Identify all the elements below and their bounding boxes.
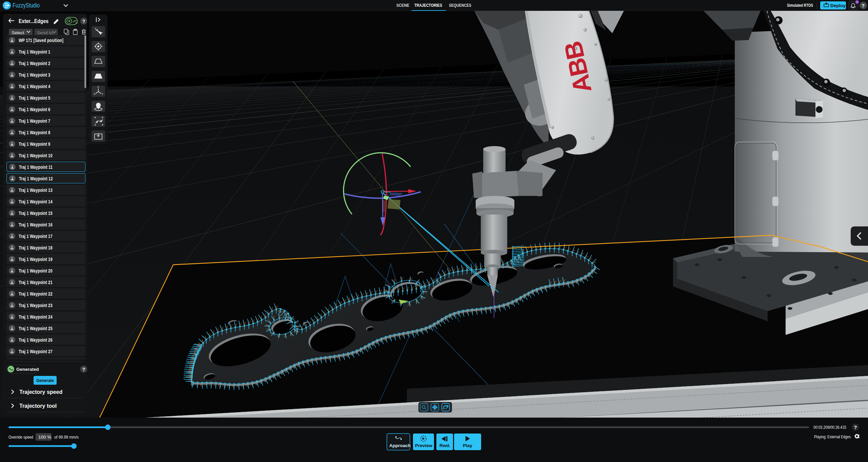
svg-text:00:03.209/00:26.415: 00:03.209/00:26.415 <box>813 425 846 430</box>
svg-text:Y: Y <box>101 93 103 96</box>
svg-text:Deploy: Deploy <box>830 3 846 8</box>
svg-text:Override speed: Override speed <box>8 435 33 440</box>
svg-text:Generate: Generate <box>36 378 54 383</box>
svg-text:X: X <box>94 93 96 96</box>
svg-text:Playing: External Edges: Playing: External Edges <box>814 434 851 439</box>
svg-text:?: ? <box>862 3 865 8</box>
svg-text:Generated: Generated <box>16 367 39 372</box>
svg-text:?: ? <box>82 367 85 372</box>
svg-text:Trajectory tool: Trajectory tool <box>19 403 57 409</box>
svg-text:Simulated RTOS: Simulated RTOS <box>787 3 813 8</box>
svg-text:SEQUENCES: SEQUENCES <box>449 3 471 8</box>
svg-text:Exter...Edges: Exter...Edges <box>19 18 48 24</box>
svg-text:Approach: Approach <box>389 443 411 448</box>
svg-text:Trajectory speed: Trajectory speed <box>19 389 62 395</box>
svg-text:SCENE: SCENE <box>396 3 409 8</box>
svg-text:Play: Play <box>463 443 472 448</box>
svg-text:?: ? <box>82 19 85 24</box>
svg-text:Select: Select <box>12 30 24 35</box>
svg-text:of 99.99 mm/s: of 99.99 mm/s <box>54 435 79 440</box>
svg-text:Preview: Preview <box>415 443 433 448</box>
svg-text:?: ? <box>854 425 857 430</box>
svg-text:TRAJECTORIES: TRAJECTORIES <box>414 3 442 8</box>
svg-text:FuzzyStudio: FuzzyStudio <box>13 2 40 9</box>
svg-text:Send to: Send to <box>37 30 53 35</box>
svg-text:Rwd.: Rwd. <box>439 443 450 448</box>
svg-text:100 %: 100 % <box>38 435 51 440</box>
svg-text:Z: Z <box>97 85 99 88</box>
